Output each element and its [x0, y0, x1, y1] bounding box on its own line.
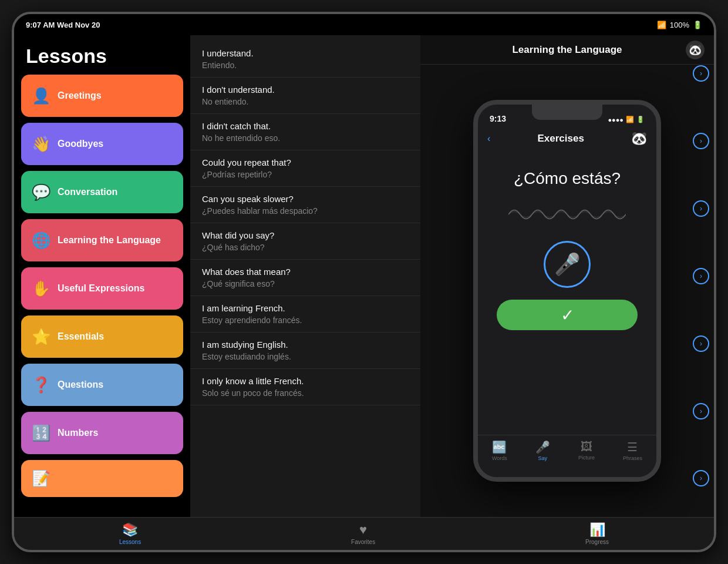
- phrase-english: I understand.: [202, 48, 409, 58]
- phrase-english: I didn't catch that.: [202, 121, 409, 131]
- iphone-panda-icon: 🐼: [631, 131, 647, 146]
- chevron-button-3[interactable]: ›: [693, 200, 709, 217]
- iphone-tab-picture[interactable]: 🖼 Picture: [578, 440, 595, 461]
- phrase-english: Could you repeat that?: [202, 157, 409, 167]
- ipad-main-content: Lessons 👤 Greetings 👋 Goodbyes 💬 Convers…: [14, 35, 714, 517]
- greetings-label: Greetings: [58, 90, 102, 101]
- list-item[interactable]: I only know a little French. Solo sé un …: [190, 369, 420, 405]
- exercise-question: ¿Cómo estás?: [514, 169, 621, 188]
- tab-favorites[interactable]: ♥ Favorites: [351, 522, 375, 545]
- list-item[interactable]: I don't understand. No entiendo.: [190, 78, 420, 114]
- lessons-list: 👤 Greetings 👋 Goodbyes 💬 Conversation 🌐 …: [14, 75, 190, 517]
- numbers-label: Numbers: [58, 428, 98, 438]
- words-tab-label: Words: [492, 455, 507, 461]
- ipad-status-bar: 9:07 AM Wed Nov 20 📶 100% 🔋: [14, 14, 714, 35]
- phrase-spanish: No entiendo.: [202, 97, 409, 106]
- lessons-sidebar: Lessons 👤 Greetings 👋 Goodbyes 💬 Convers…: [14, 35, 190, 517]
- tab-lessons[interactable]: 📚 Lessons: [119, 522, 141, 545]
- microphone-icon: 🎤: [554, 252, 581, 277]
- lesson-more[interactable]: 📝: [21, 460, 183, 497]
- list-item[interactable]: I am learning French. Estoy aprendiendo …: [190, 296, 420, 333]
- phrase-english: What does that mean?: [202, 267, 409, 277]
- iphone-tab-words[interactable]: 🔤 Words: [492, 440, 507, 461]
- lesson-conversation[interactable]: 💬 Conversation: [21, 171, 183, 213]
- chevron-button-6[interactable]: ›: [693, 403, 709, 419]
- list-item[interactable]: Can you speak slower? ¿Puedes hablar más…: [190, 187, 420, 223]
- say-tab-icon: 🎤: [535, 440, 550, 454]
- list-item[interactable]: What did you say? ¿Qué has dicho?: [190, 223, 420, 260]
- goodbyes-label: Goodbyes: [58, 139, 103, 149]
- iphone-back-button[interactable]: ‹: [487, 133, 490, 144]
- phone-container: › › › › › › › 9:13 ●●●● �: [420, 65, 714, 517]
- iphone-nav-title: Exercises: [537, 133, 584, 145]
- phrases-tab-icon: ☰: [627, 440, 638, 454]
- iphone-tab-bar: 🔤 Words 🎤 Say 🖼 Picture ☰: [478, 435, 656, 477]
- phrase-spanish: ¿Puedes hablar más despacio?: [202, 206, 409, 216]
- microphone-button[interactable]: 🎤: [544, 241, 591, 288]
- back-chevron-icon: ‹: [487, 133, 490, 144]
- list-item[interactable]: What does that mean? ¿Qué significa eso?: [190, 260, 420, 296]
- audio-waveform: [508, 200, 626, 229]
- numbers-icon: 🔢: [32, 424, 50, 442]
- lesson-numbers[interactable]: 🔢 Numbers: [21, 412, 183, 454]
- more-icon: 📝: [32, 469, 50, 488]
- list-item[interactable]: I didn't catch that. No he entendido eso…: [190, 114, 420, 150]
- lesson-goodbyes[interactable]: 👋 Goodbyes: [21, 123, 183, 165]
- conversation-icon: 💬: [32, 183, 50, 202]
- expressions-label: Useful Expressions: [58, 283, 145, 294]
- words-tab-icon: 🔤: [492, 440, 507, 454]
- iphone-notch: [532, 105, 602, 120]
- chevron-button-5[interactable]: ›: [693, 335, 709, 352]
- phrase-english: What did you say?: [202, 230, 409, 240]
- ipad-device: 9:07 AM Wed Nov 20 📶 100% 🔋 Lessons 👤 Gr…: [12, 12, 716, 552]
- picture-tab-icon: 🖼: [581, 440, 592, 454]
- lesson-learning[interactable]: 🌐 Learning the Language: [21, 219, 183, 261]
- chevron-button-4[interactable]: ›: [693, 268, 709, 284]
- list-item[interactable]: I am studying English. Estoy estudiando …: [190, 333, 420, 369]
- detail-nav-header: Learning the Language 🐼: [420, 35, 714, 65]
- iphone-battery-icon: 🔋: [636, 116, 645, 123]
- chevron-button-7[interactable]: ›: [693, 470, 709, 486]
- phrase-english: I don't understand.: [202, 85, 409, 95]
- questions-icon: ❓: [32, 376, 50, 394]
- phrase-spanish: ¿Qué has dicho?: [202, 243, 409, 252]
- list-item[interactable]: I understand. Entiendo.: [190, 41, 420, 78]
- waveform-svg: [508, 200, 626, 229]
- detail-nav-title: Learning the Language: [512, 44, 622, 56]
- lessons-title: Lessons: [14, 35, 190, 75]
- phrase-english: I am studying English.: [202, 340, 409, 350]
- battery-label: 100%: [670, 21, 689, 29]
- progress-tab-icon: 📊: [589, 522, 605, 538]
- iphone-signal-icon: ●●●●: [608, 116, 623, 123]
- tab-progress[interactable]: 📊 Progress: [585, 522, 609, 545]
- chevron-button-group: › › › › › › ›: [693, 35, 709, 517]
- essentials-icon: ⭐: [32, 328, 50, 346]
- questions-label: Questions: [58, 380, 103, 390]
- wifi-icon: 📶: [657, 21, 666, 29]
- lesson-expressions[interactable]: ✋ Useful Expressions: [21, 267, 183, 310]
- iphone-content-area: ¿Cómo estás? 🎤: [478, 152, 656, 435]
- list-item[interactable]: Could you repeat that? ¿Podrías repetirl…: [190, 150, 420, 187]
- phrase-spanish: Estoy aprendiendo francés.: [202, 315, 409, 325]
- progress-tab-label: Progress: [585, 539, 609, 545]
- phrase-spanish: Solo sé un poco de francés.: [202, 388, 409, 398]
- lesson-questions[interactable]: ❓ Questions: [21, 364, 183, 406]
- chevron-button-2[interactable]: ›: [693, 133, 709, 149]
- phrase-spanish: Entiendo.: [202, 61, 409, 70]
- chevron-button-1[interactable]: ›: [693, 65, 709, 82]
- iphone-nav-bar: ‹ Exercises 🐼: [478, 126, 656, 152]
- iphone-tab-say[interactable]: 🎤 Say: [535, 440, 550, 461]
- lesson-essentials[interactable]: ⭐ Essentials: [21, 315, 183, 358]
- goodbyes-icon: 👋: [32, 135, 50, 153]
- phrase-spanish: No he entendido eso.: [202, 133, 409, 143]
- lesson-greetings[interactable]: 👤 Greetings: [21, 75, 183, 117]
- iphone-tab-phrases[interactable]: ☰ Phrases: [623, 440, 642, 461]
- iphone-wifi-icon: 📶: [626, 116, 634, 123]
- check-answer-button[interactable]: ✓: [497, 300, 638, 330]
- iphone-status-icons: ●●●● 📶 🔋: [608, 116, 645, 123]
- phrase-spanish: Estoy estudiando inglés.: [202, 352, 409, 361]
- phrase-english: I am learning French.: [202, 303, 409, 313]
- lessons-tab-label: Lessons: [119, 539, 141, 545]
- phrase-english: Can you speak slower?: [202, 194, 409, 204]
- phrase-english: I only know a little French.: [202, 376, 409, 386]
